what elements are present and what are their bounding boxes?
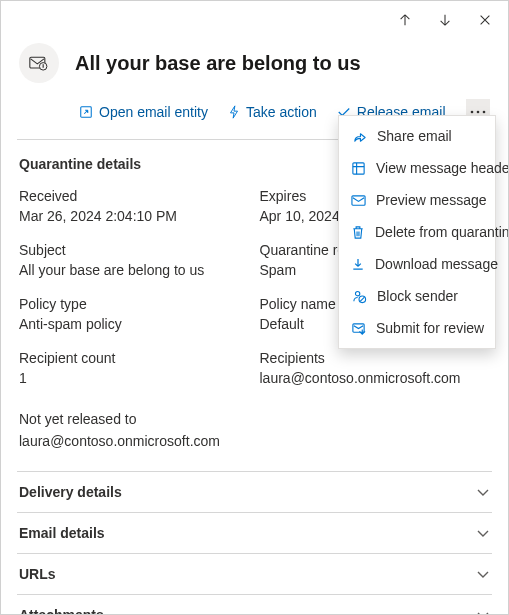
download-item[interactable]: Download message xyxy=(339,248,495,280)
svg-point-7 xyxy=(482,111,485,114)
recipient-count-label: Recipient count xyxy=(19,350,250,366)
share-icon xyxy=(351,128,367,144)
policy-type-value: Anti-spam policy xyxy=(19,316,250,332)
svg-point-2 xyxy=(42,64,44,66)
chevron-down-icon xyxy=(476,525,490,541)
svg-rect-8 xyxy=(353,162,364,173)
share-email-item[interactable]: Share email xyxy=(339,120,495,152)
submit-icon xyxy=(351,320,366,336)
attachments-accordion[interactable]: Attachments xyxy=(17,594,492,615)
block-icon xyxy=(351,288,367,304)
open-email-entity-button[interactable]: Open email entity xyxy=(79,104,208,120)
policy-type-label: Policy type xyxy=(19,296,250,312)
recipients-value: laura@contoso.onmicrosoft.com xyxy=(260,370,491,386)
subject-value: All your base are belong to us xyxy=(19,262,250,278)
chevron-down-icon xyxy=(476,484,490,500)
recipients-label: Recipients xyxy=(260,350,491,366)
more-actions-menu: Share email View message headers Preview… xyxy=(338,115,496,349)
mail-icon xyxy=(351,192,366,208)
next-button[interactable] xyxy=(436,11,454,32)
block-sender-item[interactable]: Block sender xyxy=(339,280,495,312)
page-title: All your base are belong to us xyxy=(75,52,361,75)
headers-icon xyxy=(351,160,366,176)
trash-icon xyxy=(351,224,365,240)
recipient-count-value: 1 xyxy=(19,370,250,386)
open-icon xyxy=(79,105,93,119)
close-button[interactable] xyxy=(476,11,494,32)
ellipsis-icon xyxy=(470,110,486,114)
submit-review-item[interactable]: Submit for review xyxy=(339,312,495,344)
svg-point-5 xyxy=(470,111,473,114)
chevron-down-icon xyxy=(476,566,490,582)
subject-label: Subject xyxy=(19,242,250,258)
not-released-label: Not yet released to xyxy=(19,408,490,430)
view-headers-item[interactable]: View message headers xyxy=(339,152,495,184)
not-released-value: laura@contoso.onmicrosoft.com xyxy=(19,430,490,452)
svg-rect-9 xyxy=(352,195,365,204)
lightning-icon xyxy=(228,105,240,119)
delivery-details-accordion[interactable]: Delivery details xyxy=(17,471,492,512)
chevron-down-icon xyxy=(476,607,490,615)
urls-accordion[interactable]: URLs xyxy=(17,553,492,594)
received-label: Received xyxy=(19,188,250,204)
svg-rect-3 xyxy=(43,66,44,68)
received-value: Mar 26, 2024 2:04:10 PM xyxy=(19,208,250,224)
preview-message-item[interactable]: Preview message xyxy=(339,184,495,216)
not-released-block: Not yet released to laura@contoso.onmicr… xyxy=(1,386,508,471)
delete-item[interactable]: Delete from quarantine xyxy=(339,216,495,248)
download-icon xyxy=(351,256,365,272)
svg-point-10 xyxy=(355,291,359,295)
email-details-accordion[interactable]: Email details xyxy=(17,512,492,553)
take-action-button[interactable]: Take action xyxy=(228,104,317,120)
mail-avatar xyxy=(19,43,59,83)
svg-point-6 xyxy=(476,111,479,114)
prev-button[interactable] xyxy=(396,11,414,32)
